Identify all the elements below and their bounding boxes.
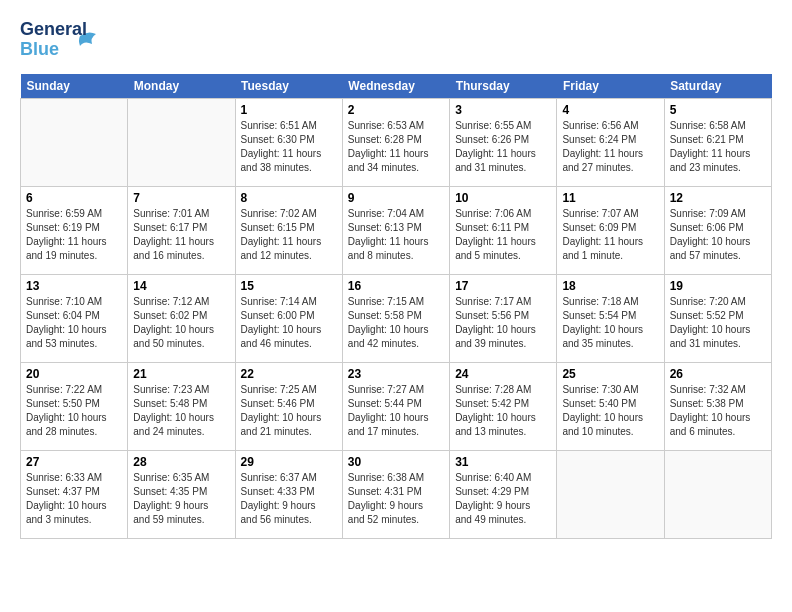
day-number: 22 <box>241 367 337 381</box>
calendar-cell: 15Sunrise: 7:14 AM Sunset: 6:00 PM Dayli… <box>235 275 342 363</box>
calendar-cell: 4Sunrise: 6:56 AM Sunset: 6:24 PM Daylig… <box>557 99 664 187</box>
column-header-friday: Friday <box>557 74 664 99</box>
day-number: 20 <box>26 367 122 381</box>
day-number: 6 <box>26 191 122 205</box>
day-number: 11 <box>562 191 658 205</box>
day-number: 14 <box>133 279 229 293</box>
day-number: 5 <box>670 103 766 117</box>
calendar-cell: 21Sunrise: 7:23 AM Sunset: 5:48 PM Dayli… <box>128 363 235 451</box>
day-number: 10 <box>455 191 551 205</box>
column-header-sunday: Sunday <box>21 74 128 99</box>
day-info: Sunrise: 7:32 AM Sunset: 5:38 PM Dayligh… <box>670 383 766 439</box>
day-info: Sunrise: 6:56 AM Sunset: 6:24 PM Dayligh… <box>562 119 658 175</box>
calendar-cell: 6Sunrise: 6:59 AM Sunset: 6:19 PM Daylig… <box>21 187 128 275</box>
calendar-cell: 28Sunrise: 6:35 AM Sunset: 4:35 PM Dayli… <box>128 451 235 539</box>
day-info: Sunrise: 6:55 AM Sunset: 6:26 PM Dayligh… <box>455 119 551 175</box>
calendar-cell: 2Sunrise: 6:53 AM Sunset: 6:28 PM Daylig… <box>342 99 449 187</box>
day-number: 30 <box>348 455 444 469</box>
day-info: Sunrise: 6:35 AM Sunset: 4:35 PM Dayligh… <box>133 471 229 527</box>
day-number: 12 <box>670 191 766 205</box>
calendar-cell: 16Sunrise: 7:15 AM Sunset: 5:58 PM Dayli… <box>342 275 449 363</box>
day-info: Sunrise: 6:40 AM Sunset: 4:29 PM Dayligh… <box>455 471 551 527</box>
week-row-1: 1Sunrise: 6:51 AM Sunset: 6:30 PM Daylig… <box>21 99 772 187</box>
week-row-4: 20Sunrise: 7:22 AM Sunset: 5:50 PM Dayli… <box>21 363 772 451</box>
calendar-cell: 27Sunrise: 6:33 AM Sunset: 4:37 PM Dayli… <box>21 451 128 539</box>
week-row-5: 27Sunrise: 6:33 AM Sunset: 4:37 PM Dayli… <box>21 451 772 539</box>
calendar-table: SundayMondayTuesdayWednesdayThursdayFrid… <box>20 74 772 539</box>
day-info: Sunrise: 7:12 AM Sunset: 6:02 PM Dayligh… <box>133 295 229 351</box>
day-number: 15 <box>241 279 337 293</box>
calendar-cell <box>128 99 235 187</box>
day-info: Sunrise: 6:38 AM Sunset: 4:31 PM Dayligh… <box>348 471 444 527</box>
day-number: 1 <box>241 103 337 117</box>
day-info: Sunrise: 7:30 AM Sunset: 5:40 PM Dayligh… <box>562 383 658 439</box>
day-info: Sunrise: 7:17 AM Sunset: 5:56 PM Dayligh… <box>455 295 551 351</box>
calendar-cell: 20Sunrise: 7:22 AM Sunset: 5:50 PM Dayli… <box>21 363 128 451</box>
calendar-cell: 22Sunrise: 7:25 AM Sunset: 5:46 PM Dayli… <box>235 363 342 451</box>
day-number: 8 <box>241 191 337 205</box>
day-number: 17 <box>455 279 551 293</box>
day-number: 18 <box>562 279 658 293</box>
day-info: Sunrise: 7:09 AM Sunset: 6:06 PM Dayligh… <box>670 207 766 263</box>
day-number: 13 <box>26 279 122 293</box>
day-info: Sunrise: 7:14 AM Sunset: 6:00 PM Dayligh… <box>241 295 337 351</box>
column-header-monday: Monday <box>128 74 235 99</box>
day-number: 28 <box>133 455 229 469</box>
day-number: 23 <box>348 367 444 381</box>
day-info: Sunrise: 7:20 AM Sunset: 5:52 PM Dayligh… <box>670 295 766 351</box>
day-info: Sunrise: 7:02 AM Sunset: 6:15 PM Dayligh… <box>241 207 337 263</box>
day-info: Sunrise: 7:07 AM Sunset: 6:09 PM Dayligh… <box>562 207 658 263</box>
calendar-header-row: SundayMondayTuesdayWednesdayThursdayFrid… <box>21 74 772 99</box>
day-number: 25 <box>562 367 658 381</box>
day-number: 3 <box>455 103 551 117</box>
calendar-cell: 10Sunrise: 7:06 AM Sunset: 6:11 PM Dayli… <box>450 187 557 275</box>
calendar-cell: 23Sunrise: 7:27 AM Sunset: 5:44 PM Dayli… <box>342 363 449 451</box>
day-number: 4 <box>562 103 658 117</box>
day-number: 27 <box>26 455 122 469</box>
calendar-cell: 3Sunrise: 6:55 AM Sunset: 6:26 PM Daylig… <box>450 99 557 187</box>
calendar-cell: 11Sunrise: 7:07 AM Sunset: 6:09 PM Dayli… <box>557 187 664 275</box>
day-info: Sunrise: 7:22 AM Sunset: 5:50 PM Dayligh… <box>26 383 122 439</box>
day-info: Sunrise: 6:59 AM Sunset: 6:19 PM Dayligh… <box>26 207 122 263</box>
calendar-cell: 1Sunrise: 6:51 AM Sunset: 6:30 PM Daylig… <box>235 99 342 187</box>
day-info: Sunrise: 6:53 AM Sunset: 6:28 PM Dayligh… <box>348 119 444 175</box>
column-header-thursday: Thursday <box>450 74 557 99</box>
day-number: 19 <box>670 279 766 293</box>
day-number: 21 <box>133 367 229 381</box>
week-row-2: 6Sunrise: 6:59 AM Sunset: 6:19 PM Daylig… <box>21 187 772 275</box>
day-info: Sunrise: 7:28 AM Sunset: 5:42 PM Dayligh… <box>455 383 551 439</box>
day-info: Sunrise: 6:58 AM Sunset: 6:21 PM Dayligh… <box>670 119 766 175</box>
calendar-cell: 7Sunrise: 7:01 AM Sunset: 6:17 PM Daylig… <box>128 187 235 275</box>
calendar-cell: 18Sunrise: 7:18 AM Sunset: 5:54 PM Dayli… <box>557 275 664 363</box>
calendar-cell <box>21 99 128 187</box>
day-number: 29 <box>241 455 337 469</box>
day-number: 31 <box>455 455 551 469</box>
day-info: Sunrise: 7:23 AM Sunset: 5:48 PM Dayligh… <box>133 383 229 439</box>
day-info: Sunrise: 7:10 AM Sunset: 6:04 PM Dayligh… <box>26 295 122 351</box>
day-number: 24 <box>455 367 551 381</box>
calendar-cell <box>664 451 771 539</box>
calendar-cell: 14Sunrise: 7:12 AM Sunset: 6:02 PM Dayli… <box>128 275 235 363</box>
column-header-tuesday: Tuesday <box>235 74 342 99</box>
day-number: 9 <box>348 191 444 205</box>
calendar-cell: 24Sunrise: 7:28 AM Sunset: 5:42 PM Dayli… <box>450 363 557 451</box>
day-info: Sunrise: 7:18 AM Sunset: 5:54 PM Dayligh… <box>562 295 658 351</box>
day-number: 2 <box>348 103 444 117</box>
calendar-cell: 29Sunrise: 6:37 AM Sunset: 4:33 PM Dayli… <box>235 451 342 539</box>
day-info: Sunrise: 6:33 AM Sunset: 4:37 PM Dayligh… <box>26 471 122 527</box>
calendar-cell: 31Sunrise: 6:40 AM Sunset: 4:29 PM Dayli… <box>450 451 557 539</box>
logo: General Blue <box>20 20 98 64</box>
calendar-cell: 30Sunrise: 6:38 AM Sunset: 4:31 PM Dayli… <box>342 451 449 539</box>
day-info: Sunrise: 7:25 AM Sunset: 5:46 PM Dayligh… <box>241 383 337 439</box>
day-info: Sunrise: 6:51 AM Sunset: 6:30 PM Dayligh… <box>241 119 337 175</box>
day-number: 26 <box>670 367 766 381</box>
day-info: Sunrise: 7:04 AM Sunset: 6:13 PM Dayligh… <box>348 207 444 263</box>
week-row-3: 13Sunrise: 7:10 AM Sunset: 6:04 PM Dayli… <box>21 275 772 363</box>
calendar-cell: 12Sunrise: 7:09 AM Sunset: 6:06 PM Dayli… <box>664 187 771 275</box>
calendar-cell: 9Sunrise: 7:04 AM Sunset: 6:13 PM Daylig… <box>342 187 449 275</box>
calendar-cell: 5Sunrise: 6:58 AM Sunset: 6:21 PM Daylig… <box>664 99 771 187</box>
calendar-cell: 19Sunrise: 7:20 AM Sunset: 5:52 PM Dayli… <box>664 275 771 363</box>
calendar-cell <box>557 451 664 539</box>
page-header: General Blue <box>20 20 772 64</box>
calendar-cell: 25Sunrise: 7:30 AM Sunset: 5:40 PM Dayli… <box>557 363 664 451</box>
